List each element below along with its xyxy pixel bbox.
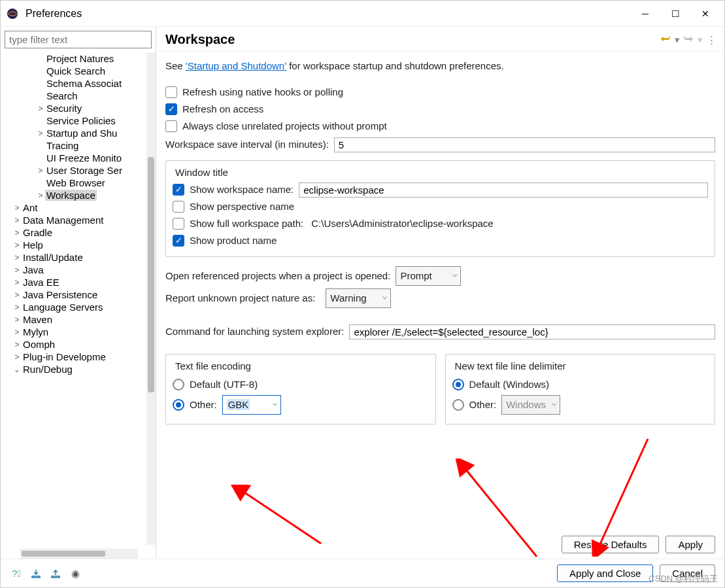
show-full-path-checkbox[interactable] (173, 218, 184, 230)
tree-item[interactable]: Search (1, 90, 156, 102)
tree-item-label: Workspace (45, 190, 97, 201)
encoding-other-combo[interactable]: GBK (222, 395, 281, 415)
tree-scrollbar[interactable] (146, 52, 156, 545)
open-ref-combo[interactable]: Prompt (396, 266, 461, 286)
expand-icon[interactable]: > (12, 315, 22, 324)
import-icon[interactable] (29, 567, 42, 580)
tree-item-label: Plug-in Developme (22, 351, 107, 362)
tree-item[interactable]: >Java Persistence (1, 288, 156, 301)
expand-icon[interactable]: > (36, 166, 45, 175)
expand-icon[interactable]: > (12, 266, 22, 275)
delimiter-other-radio[interactable] (452, 399, 464, 411)
preferences-tree[interactable]: Project NaturesQuick SearchSchema Associ… (1, 52, 156, 545)
tree-item[interactable]: >Java EE (1, 276, 156, 288)
forward-icon[interactable]: ⮩ (684, 34, 694, 45)
expand-icon[interactable]: > (12, 241, 22, 250)
refresh-access-label: Refresh on access (182, 101, 263, 117)
tree-item-label: Data Management (22, 215, 105, 226)
save-interval-label: Workspace save interval (in minutes): (165, 137, 329, 152)
tree-item[interactable]: >Data Management (1, 214, 156, 226)
save-interval-input[interactable] (334, 137, 715, 152)
close-unrelated-checkbox[interactable] (165, 120, 177, 132)
tree-item-label: Run/Debug (22, 364, 74, 375)
tree-item-label: Service Policies (45, 115, 117, 126)
expand-icon[interactable]: > (12, 253, 22, 262)
show-perspective-label: Show perspective name (190, 199, 294, 215)
cancel-button[interactable]: Cancel (660, 564, 715, 582)
tree-item[interactable]: >Mylyn (1, 326, 156, 338)
expand-icon[interactable]: > (12, 216, 22, 225)
expand-icon[interactable]: > (12, 228, 22, 237)
tree-item[interactable]: UI Freeze Monito (1, 152, 156, 164)
tree-item[interactable]: >Workspace (1, 189, 156, 201)
filter-input[interactable] (5, 31, 152, 48)
expand-icon[interactable]: > (36, 104, 45, 113)
tree-item-label: User Storage Ser (45, 165, 124, 176)
tree-item[interactable]: Web Browser (1, 177, 156, 189)
record-icon[interactable]: ◉ (69, 567, 82, 580)
tree-item[interactable]: Tracing (1, 139, 156, 152)
apply-button[interactable]: Apply (666, 536, 715, 553)
tree-item[interactable]: Service Policies (1, 114, 156, 127)
tree-item[interactable]: >Language Servers (1, 301, 156, 313)
minimize-button[interactable]: ─ (630, 3, 660, 24)
tree-item[interactable]: >Install/Update (1, 251, 156, 264)
explorer-cmd-input[interactable] (349, 324, 715, 339)
show-product-checkbox[interactable]: ✓ (173, 235, 184, 247)
close-button[interactable]: ✕ (690, 3, 720, 24)
refresh-access-checkbox[interactable]: ✓ (165, 103, 177, 115)
tree-item-label: Maven (22, 314, 54, 325)
expand-icon[interactable]: > (12, 303, 22, 312)
tree-item[interactable]: >Startup and Shu (1, 127, 156, 139)
back-icon[interactable]: ⮨ (661, 34, 671, 45)
report-nature-combo[interactable]: Warning (326, 288, 391, 308)
show-full-path-label: Show full workspace path: (190, 216, 303, 232)
show-ws-name-checkbox[interactable]: ✓ (173, 184, 184, 196)
expand-icon[interactable]: > (12, 278, 22, 287)
tree-item[interactable]: >Security (1, 102, 156, 114)
tree-item[interactable]: ⌄Run/Debug (1, 363, 156, 375)
encoding-other-radio[interactable] (173, 399, 184, 411)
tree-hscroll[interactable] (20, 549, 138, 559)
encoding-default-radio[interactable] (173, 379, 184, 390)
startup-shutdown-link[interactable]: 'Startup and Shutdown' (186, 60, 286, 71)
tree-item[interactable]: >Gradle (1, 226, 156, 239)
apply-and-close-button[interactable]: Apply and Close (557, 564, 653, 582)
tree-item[interactable]: Schema Associat (1, 77, 156, 90)
tree-item[interactable]: >Ant (1, 201, 156, 214)
expand-icon[interactable]: > (12, 328, 22, 337)
forward-menu-icon[interactable]: ▾ (698, 34, 703, 46)
tree-item-label: Install/Update (22, 252, 84, 263)
tree-item[interactable]: >Help (1, 239, 156, 251)
maximize-button[interactable]: ☐ (660, 3, 690, 24)
show-perspective-checkbox[interactable] (173, 201, 184, 213)
tree-item[interactable]: Project Natures (1, 52, 156, 65)
tree-item-label: Ant (22, 202, 39, 213)
expand-icon[interactable]: > (36, 191, 45, 200)
expand-icon[interactable]: > (36, 129, 45, 138)
export-icon[interactable] (49, 567, 62, 580)
tree-item-label: Java Persistence (22, 289, 99, 300)
expand-icon[interactable]: > (12, 290, 22, 300)
tree-item[interactable]: Quick Search (1, 65, 156, 77)
refresh-native-checkbox[interactable] (165, 86, 177, 98)
help-icon[interactable]: ?⃝ (10, 567, 23, 580)
window-title-group: Window title ✓ Show workspace name: Show… (165, 160, 715, 257)
tree-item-label: Gradle (22, 227, 54, 238)
sidebar: Project NaturesQuick SearchSchema Associ… (1, 27, 156, 559)
menu-icon[interactable]: ⋮ (707, 34, 715, 46)
expand-icon[interactable]: > (12, 353, 22, 362)
tree-item[interactable]: >Plug-in Developme (1, 351, 156, 363)
dialog-footer: ?⃝ ◉ Apply and Close Cancel (1, 559, 724, 587)
ws-name-input[interactable] (299, 182, 708, 198)
delimiter-default-radio[interactable] (452, 379, 464, 390)
restore-defaults-button[interactable]: Restore Defaults (562, 536, 660, 553)
expand-icon[interactable]: > (12, 340, 22, 349)
expand-icon[interactable]: > (12, 203, 22, 213)
tree-item[interactable]: >Oomph (1, 338, 156, 351)
expand-icon[interactable]: ⌄ (12, 365, 22, 374)
tree-item[interactable]: >Java (1, 264, 156, 276)
tree-item[interactable]: >User Storage Ser (1, 164, 156, 177)
tree-item[interactable]: >Maven (1, 313, 156, 326)
back-menu-icon[interactable]: ▾ (675, 34, 680, 46)
